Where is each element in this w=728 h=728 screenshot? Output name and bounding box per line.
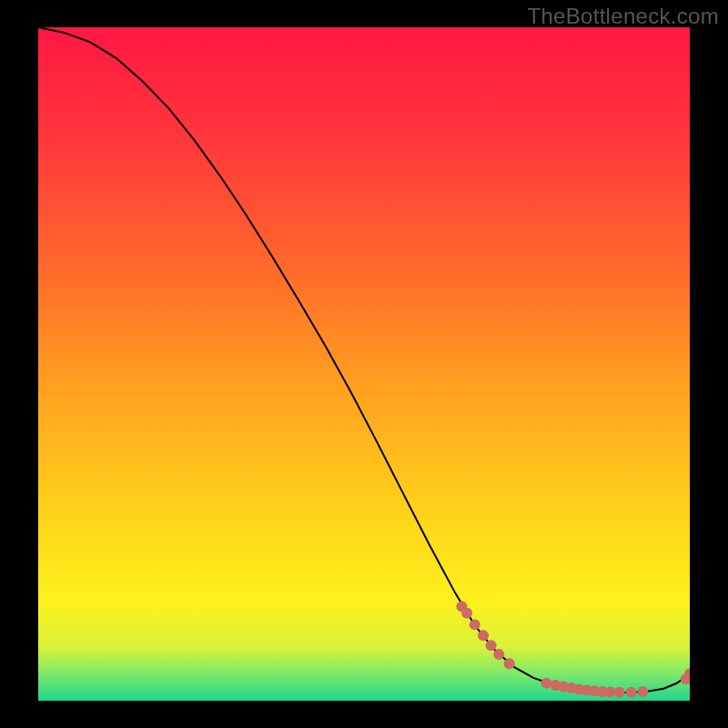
marker-dot <box>461 608 472 619</box>
marker-dot <box>614 687 625 698</box>
marker-dot <box>541 678 551 689</box>
chart-svg <box>38 27 690 701</box>
plot-area <box>38 27 690 701</box>
marker-dot <box>637 686 648 697</box>
watermark-text: TheBottleneck.com <box>527 4 719 29</box>
marker-dot <box>486 640 497 651</box>
marker-dot <box>470 619 480 630</box>
chart-stage: TheBottleneck.com <box>0 0 728 728</box>
marker-dot <box>493 649 504 660</box>
marker-dot <box>478 630 489 641</box>
gradient-rect <box>38 27 690 701</box>
marker-dot <box>626 687 637 698</box>
marker-dot <box>504 658 515 669</box>
